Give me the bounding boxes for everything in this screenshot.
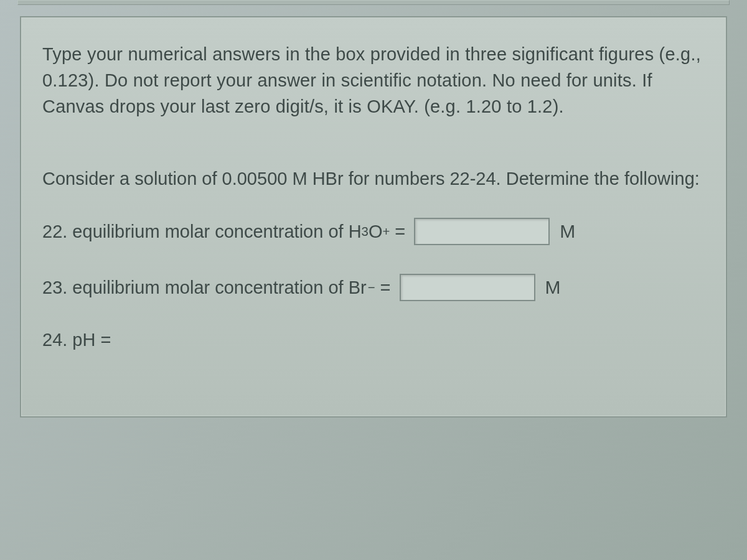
answer-input-23[interactable] xyxy=(400,274,535,301)
top-divider xyxy=(17,0,730,5)
instructions-text: Type your numerical answers in the box p… xyxy=(42,41,705,119)
page-frame: Type your numerical answers in the box p… xyxy=(12,0,735,560)
answer-input-22[interactable] xyxy=(414,218,550,245)
question-label: 24. pH = xyxy=(42,330,111,350)
problem-prompt: Consider a solution of 0.00500 M HBr for… xyxy=(42,166,705,192)
unit-label: M xyxy=(545,277,561,298)
question-row-24: 24. pH = xyxy=(42,330,705,350)
equals-sign: = xyxy=(375,278,391,298)
question-card: Type your numerical answers in the box p… xyxy=(20,16,727,418)
question-row-22: 22. equilibrium molar concentration of H… xyxy=(42,218,705,245)
question-label: 22. equilibrium molar concentration of H xyxy=(42,222,362,242)
formula-mid: O xyxy=(369,222,383,242)
equals-sign: = xyxy=(390,222,405,242)
unit-label: M xyxy=(560,221,575,242)
question-label: 23. equilibrium molar concentration of B… xyxy=(42,278,367,298)
question-row-23: 23. equilibrium molar concentration of B… xyxy=(42,274,705,301)
